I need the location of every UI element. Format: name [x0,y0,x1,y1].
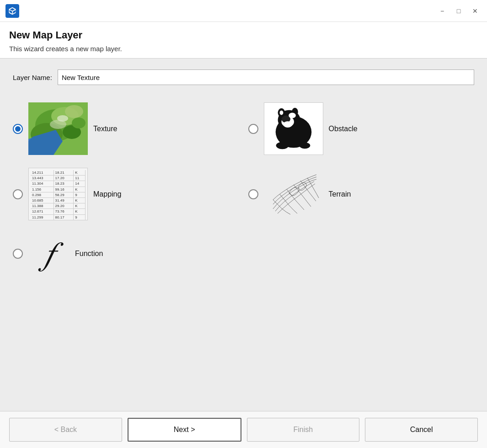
option-obstacle-label: Obstacle [329,125,358,133]
title-bar: − □ ✕ [0,0,487,22]
thumbnail-function: 𝑓 [28,233,70,274]
minimize-button[interactable]: − [436,5,449,17]
title-bar-controls: − □ ✕ [436,5,482,17]
svg-point-21 [276,142,289,149]
svg-point-22 [299,142,310,149]
radio-terrain[interactable] [248,189,258,199]
radio-texture[interactable] [13,124,23,134]
texture-image [28,102,88,155]
svg-point-16 [283,121,292,128]
option-function-label: Function [75,250,103,258]
option-obstacle[interactable]: Obstacle [248,96,475,161]
option-mapping-label: Mapping [93,190,121,198]
thumbnail-obstacle [264,102,323,155]
svg-point-20 [289,113,296,118]
app-icon [5,4,19,18]
option-texture[interactable]: Texture [13,96,239,161]
back-button[interactable]: < Back [9,418,122,442]
dialog-content: Layer Name: [0,59,487,411]
radio-function[interactable] [13,249,23,259]
thumbnail-texture [28,102,88,155]
radio-obstacle[interactable] [248,124,258,134]
mapping-table-preview: 14.21118.21K 13.44317.2011 11.30418.2314… [29,168,87,220]
option-mapping[interactable]: 14.21118.21K 13.44317.2011 11.30418.2314… [13,161,239,227]
dialog-header: New Map Layer This wizard creates a new … [0,22,487,59]
option-texture-label: Texture [93,125,117,133]
obstacle-image [264,103,323,155]
thumbnail-terrain [264,168,323,220]
next-button[interactable]: Next > [128,418,241,442]
function-icon: 𝑓 [28,233,70,274]
layer-name-input[interactable] [58,69,474,85]
radio-mapping[interactable] [13,189,23,199]
cancel-button[interactable]: Cancel [365,418,478,442]
title-bar-left [5,4,19,18]
svg-point-10 [65,105,83,118]
dialog-title: New Map Layer [9,29,478,41]
dialog-footer: < Back Next > Finish Cancel [0,411,487,448]
svg-point-19 [279,111,283,115]
dialog-subtitle: This wizard creates a new map layer. [9,45,478,53]
close-button[interactable]: ✕ [469,5,482,17]
app-logo-icon [8,6,17,16]
layer-name-row: Layer Name: [13,69,474,85]
terrain-image [264,168,323,220]
layer-name-label: Layer Name: [13,74,52,81]
svg-point-9 [72,117,86,128]
maximize-button[interactable]: □ [452,5,465,17]
thumbnail-mapping: 14.21118.21K 13.44317.2011 11.30418.2314… [28,168,88,220]
options-grid: Texture [13,96,474,281]
option-function[interactable]: 𝑓 Function [13,227,239,281]
option-terrain-label: Terrain [329,190,351,198]
svg-point-7 [57,115,68,122]
finish-button[interactable]: Finish [247,418,360,442]
option-terrain[interactable]: Terrain [248,161,475,227]
